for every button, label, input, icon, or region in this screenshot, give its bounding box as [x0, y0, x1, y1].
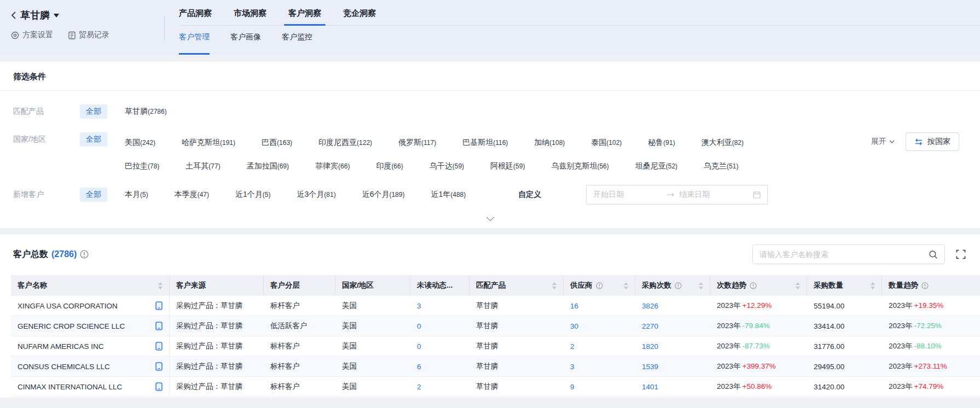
filter-label-product: 匹配产品 — [13, 104, 80, 116]
country-all-chip[interactable]: 全部 — [80, 132, 107, 147]
collapse-panel-button[interactable] — [0, 205, 980, 228]
tab-product-insight[interactable]: 产品洞察 — [179, 8, 212, 25]
customer-search-box[interactable] — [752, 244, 945, 264]
product-option[interactable]: 草甘膦(2786) — [125, 104, 167, 116]
cell-country: 美国 — [335, 362, 410, 371]
option-label: 泰国 — [591, 138, 606, 147]
unread-link[interactable]: 0 — [417, 342, 421, 351]
info-icon[interactable] — [596, 282, 603, 289]
custom-range-link[interactable]: 自定义 — [518, 190, 541, 200]
caret-down-icon[interactable] — [54, 14, 59, 18]
country-option[interactable]: 菲律宾(66) — [315, 159, 350, 171]
product-all-chip[interactable]: 全部 — [80, 104, 107, 119]
column-header-purchase-count[interactable]: 采购次数 — [635, 275, 710, 296]
tab-competitor-insight[interactable]: 竞企洞察 — [343, 8, 376, 25]
country-option[interactable]: 乌克兰(51) — [704, 159, 738, 171]
expand-link[interactable]: 展开 — [871, 137, 895, 147]
contact-phone-icon[interactable] — [155, 362, 163, 371]
purchase-count-link[interactable]: 3826 — [642, 302, 658, 310]
country-option[interactable]: 美国(242) — [125, 136, 155, 148]
contact-phone-icon[interactable] — [155, 322, 163, 330]
suppliers-link[interactable]: 16 — [570, 302, 578, 310]
unread-link[interactable]: 6 — [417, 363, 421, 371]
country-option[interactable]: 印度(66) — [376, 159, 403, 171]
contact-phone-icon[interactable] — [155, 301, 163, 310]
end-date-input[interactable]: 结束日期 — [679, 190, 749, 200]
search-icon[interactable] — [929, 250, 938, 259]
subtab-customer-management[interactable]: 客户管理 — [179, 32, 210, 55]
subtab-customer-profile[interactable]: 客户画像 — [230, 32, 261, 55]
customer-search-input[interactable] — [759, 250, 929, 259]
country-option[interactable]: 乌兹别克斯坦(56) — [551, 159, 608, 171]
country-option[interactable]: 巴基斯坦(116) — [462, 136, 508, 148]
country-option[interactable]: 阿根廷(59) — [490, 159, 525, 171]
sort-icon[interactable] — [624, 282, 628, 289]
suppliers-link[interactable]: 2 — [570, 342, 575, 351]
subtab-customer-monitor[interactable]: 客户监控 — [282, 32, 312, 55]
start-date-input[interactable]: 开始日期 — [593, 190, 663, 200]
option-count: (59) — [453, 162, 464, 170]
back-icon[interactable] — [11, 11, 16, 20]
unread-link[interactable]: 3 — [417, 302, 421, 310]
column-header-purchase-qty[interactable]: 采购数量 — [807, 275, 882, 296]
country-option[interactable]: 乌干达(59) — [430, 159, 464, 171]
country-option[interactable]: 孟加拉国(69) — [247, 159, 289, 171]
purchase-count-link[interactable]: 2270 — [642, 322, 658, 330]
country-option[interactable]: 巴拉圭(78) — [125, 159, 159, 171]
info-icon[interactable] — [750, 282, 757, 289]
suppliers-link[interactable]: 3 — [570, 363, 575, 371]
date-range-picker[interactable]: 开始日期 结束日期 — [586, 185, 768, 205]
plan-settings-button[interactable]: 方案设置 — [11, 30, 53, 40]
purchase-count-link[interactable]: 1401 — [642, 383, 658, 391]
sort-icon[interactable] — [552, 282, 556, 289]
country-option[interactable]: 加纳(108) — [534, 136, 565, 148]
contact-phone-icon[interactable] — [155, 382, 163, 391]
unread-link[interactable]: 0 — [417, 322, 421, 330]
new-customer-all-chip[interactable]: 全部 — [80, 188, 107, 202]
cell-customer-name: GENERIC CROP SCIENCE LLC — [11, 316, 170, 336]
info-icon[interactable] — [921, 282, 929, 289]
suppliers-link[interactable]: 30 — [570, 322, 578, 330]
suppliers-link[interactable]: 9 — [570, 383, 575, 391]
country-option[interactable]: 印度尼西亚(122) — [318, 136, 372, 148]
column-header-qty-trend[interactable]: 数量趋势 — [882, 275, 980, 296]
info-icon[interactable] — [80, 250, 89, 259]
country-option[interactable]: 泰国(102) — [591, 136, 622, 148]
sort-icon[interactable] — [699, 282, 703, 289]
period-option[interactable]: 本月(5) — [125, 190, 148, 200]
option-label: 乌克兰 — [704, 161, 727, 170]
country-option[interactable]: 坦桑尼亚(52) — [635, 159, 677, 171]
fullscreen-icon[interactable] — [956, 249, 966, 259]
country-option[interactable]: 巴西(163) — [262, 136, 292, 148]
tab-market-insight[interactable]: 市场洞察 — [234, 8, 266, 25]
purchase-count-link[interactable]: 1539 — [642, 363, 658, 371]
contact-phone-icon[interactable] — [155, 342, 163, 351]
cell-customer-tier: 标杆客户 — [264, 362, 335, 371]
country-option[interactable]: 俄罗斯(117) — [398, 136, 436, 148]
column-header-suppliers[interactable]: 供应商 — [564, 275, 635, 296]
period-option[interactable]: 近6个月(189) — [362, 190, 405, 200]
purchase-count-link[interactable]: 1820 — [642, 342, 658, 351]
country-option[interactable]: 哈萨克斯坦(191) — [182, 136, 235, 148]
info-icon[interactable] — [675, 282, 682, 289]
cell-unread: 6 — [410, 363, 469, 371]
by-country-button[interactable]: 按国家 — [906, 132, 959, 151]
country-option[interactable]: 秘鲁(91) — [648, 136, 675, 148]
sort-icon[interactable] — [158, 282, 163, 289]
sort-icon[interactable] — [796, 282, 800, 289]
country-option[interactable]: 澳大利亚(82) — [701, 136, 744, 148]
period-option[interactable]: 本季度(47) — [175, 190, 209, 200]
period-option[interactable]: 近1个月(5) — [235, 190, 270, 200]
sort-icon[interactable] — [871, 282, 875, 289]
tab-customer-insight[interactable]: 客户洞察 — [288, 8, 321, 25]
country-option[interactable]: 土耳其(77) — [185, 159, 220, 171]
cell-customer-tier: 低活跃客户 — [264, 321, 335, 331]
column-header-matched-product[interactable]: 匹配产品 — [469, 275, 564, 296]
column-header-customer-name[interactable]: 客户名称 — [11, 275, 170, 296]
period-option[interactable]: 近3个月(81) — [297, 190, 335, 200]
cell-qty-trend: 2023年+273.11% — [882, 362, 980, 371]
column-header-count-trend[interactable]: 次数趋势 — [710, 275, 807, 296]
trade-records-button[interactable]: 贸易记录 — [68, 30, 109, 40]
unread-link[interactable]: 2 — [417, 383, 421, 391]
period-option[interactable]: 近1年(488) — [431, 190, 466, 200]
